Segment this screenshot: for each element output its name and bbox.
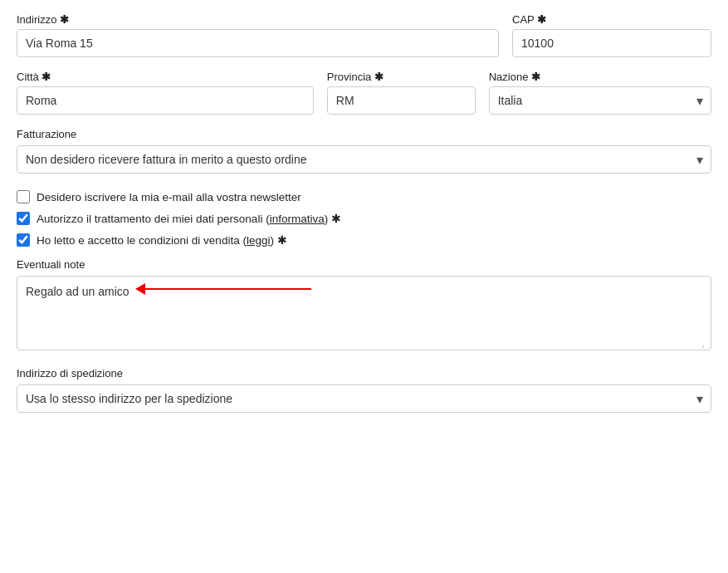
newsletter-checkbox[interactable] — [17, 190, 30, 203]
fatturazione-label: Fatturazione — [17, 128, 711, 140]
note-label: Eventuali note — [17, 258, 711, 271]
provincia-input[interactable] — [327, 86, 476, 115]
nazione-group: Nazione ✱ Italia Germania Francia Spagna… — [489, 71, 711, 115]
cap-group: CAP ✱ — [512, 13, 711, 57]
spedizione-select-wrapper: Usa lo stesso indirizzo per la spedizion… — [17, 384, 711, 413]
newsletter-row: Desidero iscrivere la mia e-mail alla vo… — [17, 190, 711, 203]
provincia-label: Provincia ✱ — [327, 71, 476, 83]
fatturazione-select[interactable]: Non desidero ricevere fattura in merito … — [17, 145, 711, 174]
cap-label: CAP ✱ — [512, 13, 711, 26]
fatturazione-select-wrapper: Non desidero ricevere fattura in merito … — [17, 145, 711, 174]
newsletter-label: Desidero iscrivere la mia e-mail alla vo… — [37, 191, 301, 203]
provincia-group: Provincia ✱ — [327, 71, 476, 115]
citta-input[interactable] — [17, 86, 314, 115]
nazione-select-wrapper: Italia Germania Francia Spagna ▾ — [489, 86, 711, 115]
note-section: Eventuali note Regalo ad un amico ⌟ — [17, 258, 711, 350]
indirizzo-input[interactable] — [17, 29, 499, 57]
note-value: Regalo ad un amico — [26, 283, 129, 298]
cap-input[interactable] — [512, 29, 711, 57]
privacy-checkbox[interactable] — [17, 212, 30, 225]
condizioni-label: Ho letto e accetto le condizioni di vend… — [37, 233, 287, 247]
condizioni-checkbox[interactable] — [17, 233, 30, 247]
privacy-row: Autorizzo il trattamento dei miei dati p… — [17, 212, 711, 225]
citta-group: Città ✱ — [17, 71, 314, 115]
citta-label: Città ✱ — [17, 71, 314, 83]
note-textarea-container: Regalo ad un amico ⌟ — [17, 276, 711, 350]
resize-handle-icon: ⌟ — [701, 340, 709, 348]
privacy-label: Autorizzo il trattamento dei miei dati p… — [37, 212, 341, 225]
nazione-label: Nazione ✱ — [489, 71, 711, 83]
condizioni-row: Ho letto e accetto le condizioni di vend… — [17, 233, 711, 247]
fatturazione-section: Fatturazione Non desidero ricevere fattu… — [17, 128, 711, 174]
arrow-annotation — [136, 283, 311, 295]
spedizione-label: Indirizzo di spedizione — [17, 367, 711, 380]
condizioni-link[interactable]: leggi — [247, 234, 271, 247]
indirizzo-label: Indirizzo ✱ — [17, 13, 499, 26]
privacy-link[interactable]: informativa — [270, 213, 325, 225]
indirizzo-group: Indirizzo ✱ — [17, 13, 499, 57]
nazione-select[interactable]: Italia Germania Francia Spagna — [489, 86, 711, 115]
spedizione-select[interactable]: Usa lo stesso indirizzo per la spedizion… — [17, 384, 711, 413]
spedizione-section: Indirizzo di spedizione Usa lo stesso in… — [17, 367, 711, 413]
